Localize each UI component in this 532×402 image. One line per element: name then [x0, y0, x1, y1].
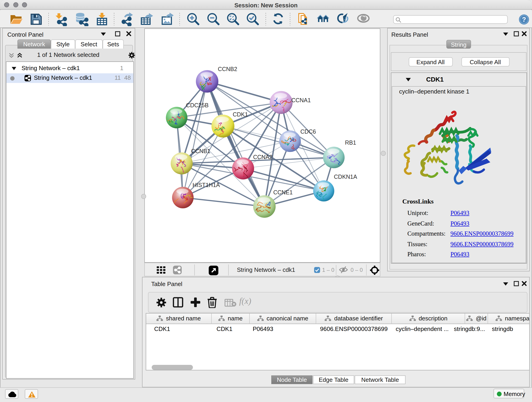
- svg-text:CDC6: CDC6: [300, 128, 316, 135]
- svg-text:CCNA1: CCNA1: [291, 97, 311, 103]
- svg-text:CDK1: CDK1: [233, 111, 248, 118]
- svg-text:CDKN1A: CDKN1A: [334, 173, 357, 180]
- svg-text:RB1: RB1: [345, 139, 356, 146]
- svg-text:HIST1H1A: HIST1H1A: [192, 182, 220, 188]
- svg-text:CCNB2: CCNB2: [218, 66, 237, 72]
- svg-text:?: ?: [522, 16, 526, 23]
- svg-text:CCNA2: CCNA2: [253, 154, 273, 160]
- svg-text:CCNE1: CCNE1: [273, 189, 293, 196]
- svg-text:CCNB1: CCNB1: [191, 148, 210, 154]
- svg-text:CDC25B: CDC25B: [186, 102, 209, 108]
